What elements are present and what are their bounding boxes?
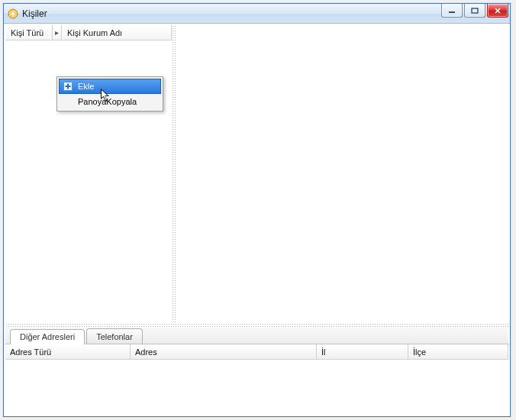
column-header-label: Kişi Türü: [11, 28, 44, 37]
context-menu-copy[interactable]: PanoyaKopyala: [59, 94, 161, 109]
grid-column-header[interactable]: Adres Türü: [5, 344, 131, 359]
svg-point-1: [11, 12, 15, 15]
grid-column-label: Adres: [135, 347, 157, 357]
titlebar[interactable]: Kişiler: [4, 4, 510, 24]
maximize-icon: [471, 8, 479, 14]
client-area: Kişi Türü ▸ Kişi Kurum Adı: [5, 25, 508, 415]
svg-rect-8: [66, 86, 71, 87]
context-menu-label: PanoyaKopyala: [76, 97, 160, 106]
context-menu-add[interactable]: Ekle: [59, 79, 161, 94]
minimize-icon: [448, 8, 456, 14]
app-icon: [7, 8, 19, 20]
column-header[interactable]: Kişi Kurum Adı: [62, 25, 172, 40]
grid-column-label: İlçe: [413, 347, 426, 357]
top-left-panel: Kişi Türü ▸ Kişi Kurum Adı: [5, 25, 172, 323]
svg-rect-3: [472, 8, 478, 13]
grid-column-label: Adres Türü: [10, 347, 51, 357]
grid-column-header[interactable]: İlçe: [408, 344, 508, 359]
minimize-button[interactable]: [441, 4, 463, 18]
top-right-panel: [176, 25, 508, 323]
grid-column-label: İl: [321, 347, 326, 357]
close-icon: [494, 8, 501, 14]
grid-headers: Adres Türü Adres İl İlçe: [5, 344, 508, 360]
bottom-area: Diğer Adresleri Telefonlar Adres Türü Ad…: [5, 328, 508, 415]
tab-label: Telefonlar: [96, 332, 133, 341]
close-button[interactable]: [487, 4, 508, 18]
tab-addresses[interactable]: Diğer Adresleri: [10, 329, 85, 344]
maximize-button[interactable]: [464, 4, 485, 18]
svg-rect-2: [449, 11, 455, 13]
plus-icon: [60, 82, 76, 91]
window-controls: [441, 4, 508, 18]
window-frame: Kişiler Kişi Türü: [3, 3, 511, 417]
tab-label: Diğer Adresleri: [20, 332, 75, 341]
top-column-headers: Kişi Türü ▸ Kişi Kurum Adı: [5, 25, 172, 40]
context-menu-label: Ekle: [76, 82, 160, 91]
column-header-label: Kişi Kurum Adı: [67, 28, 122, 37]
column-header[interactable]: Kişi Türü: [5, 25, 53, 40]
grid-column-header[interactable]: Adres: [131, 344, 317, 359]
grid-column-header[interactable]: İl: [317, 344, 408, 359]
column-separator: ▸: [53, 25, 62, 40]
tab-strip: Diğer Adresleri Telefonlar: [5, 328, 508, 344]
tab-phones[interactable]: Telefonlar: [86, 328, 143, 344]
top-area: Kişi Türü ▸ Kişi Kurum Adı: [5, 25, 508, 323]
grid-body[interactable]: [5, 360, 508, 415]
context-menu: Ekle PanoyaKopyala: [56, 76, 163, 111]
window-title: Kişiler: [22, 8, 47, 19]
